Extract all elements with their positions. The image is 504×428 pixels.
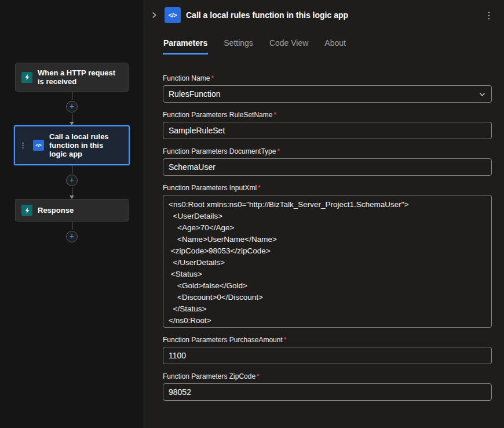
node-http-request-trigger[interactable]: When a HTTP request is received (15, 63, 129, 92)
required-asterisk: * (257, 372, 260, 380)
panel-title: Call a local rules function in this logi… (186, 10, 476, 20)
code-icon: </> (165, 7, 181, 23)
field-label: Function Parameters ZipCode* (163, 372, 492, 380)
node-title: Response (38, 206, 74, 215)
node-call-rules-function[interactable]: ⋮ </> Call a local rules function in thi… (14, 125, 130, 165)
field-label: Function Parameters RuleSetName* (163, 111, 492, 119)
chevron-down-icon (479, 90, 486, 98)
field-label: Function Parameters PurchaseAmount* (163, 336, 492, 344)
required-asterisk: * (273, 111, 276, 119)
document-type-input[interactable] (163, 158, 492, 176)
field-label: Function Parameters DocumentType* (163, 147, 492, 155)
field-zip-code: Function Parameters ZipCode* (163, 372, 492, 401)
field-ruleset-name: Function Parameters RuleSetName* (163, 111, 492, 139)
ruleset-name-input[interactable] (163, 122, 492, 139)
response-icon (21, 205, 32, 216)
node-title: Call a local rules function in this logi… (49, 132, 123, 158)
edge-line (72, 222, 72, 230)
function-name-value: RulesFunction (169, 89, 221, 99)
tab-about[interactable]: About (324, 38, 346, 55)
parameters-panel: </> Call a local rules function in this … (144, 0, 504, 428)
label-text: Function Parameters ZipCode (163, 372, 255, 380)
connector: + (66, 165, 78, 199)
purchase-amount-input[interactable] (163, 347, 492, 364)
node-title: When a HTTP request is received (38, 68, 122, 86)
field-document-type: Function Parameters DocumentType* (163, 147, 492, 176)
parameters-form: Function Name* RulesFunction Function Pa… (144, 55, 504, 401)
label-text: Function Parameters PurchaseAmount (163, 336, 283, 344)
node-response[interactable]: Response (15, 199, 129, 222)
insert-step-button[interactable]: + (66, 101, 78, 113)
field-label: Function Name* (163, 74, 492, 82)
label-text: Function Parameters RuleSetName (163, 111, 272, 119)
panel-header: </> Call a local rules function in this … (144, 0, 504, 23)
code-icon: </> (33, 140, 44, 151)
connector-tail: + (66, 222, 78, 244)
required-asterisk: * (211, 74, 214, 82)
connector: + (66, 92, 78, 125)
tab-code-view[interactable]: Code View (269, 38, 309, 55)
tab-settings[interactable]: Settings (223, 38, 254, 55)
required-asterisk: * (284, 336, 287, 344)
field-function-name: Function Name* RulesFunction (163, 74, 492, 103)
label-text: Function Parameters DocumentType (163, 147, 276, 155)
edge-line (72, 92, 72, 100)
label-text: Function Name (163, 74, 210, 82)
edge-line (72, 187, 72, 195)
field-label: Function Parameters InputXml* (163, 184, 492, 192)
drag-handle-icon[interactable]: ⋮ (17, 142, 28, 149)
edge-line (72, 114, 72, 122)
field-input-xml: Function Parameters InputXml* <ns0:Root … (163, 184, 492, 328)
tab-parameters[interactable]: Parameters (163, 38, 208, 55)
input-xml-textarea[interactable]: <ns0:Root xmlns:ns0="http://BizTalk_Serv… (163, 195, 492, 328)
insert-step-button[interactable]: + (66, 175, 78, 186)
required-asterisk: * (258, 184, 261, 192)
function-name-dropdown[interactable]: RulesFunction (163, 85, 492, 103)
http-request-icon (21, 72, 32, 83)
more-options-icon[interactable]: ⋮ (481, 9, 497, 22)
label-text: Function Parameters InputXml (163, 184, 257, 192)
collapse-panel-button[interactable] (149, 10, 159, 20)
add-step-button[interactable]: + (66, 231, 78, 242)
zip-code-input[interactable] (163, 383, 492, 401)
required-asterisk: * (277, 147, 280, 155)
tab-bar: Parameters Settings Code View About (163, 38, 504, 55)
workflow-canvas: When a HTTP request is received + ⋮ </> … (0, 0, 144, 428)
field-purchase-amount: Function Parameters PurchaseAmount* (163, 336, 492, 364)
edge-line (72, 165, 72, 173)
